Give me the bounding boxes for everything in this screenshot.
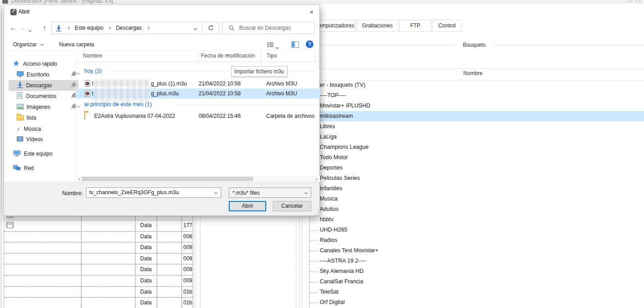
column-divider[interactable]	[198, 52, 198, 62]
table-cell-type[interactable]: Data	[135, 242, 157, 253]
group-header-hoy[interactable]: hoy (2)	[84, 68, 102, 74]
tab-grabaciones[interactable]: Grabaciones	[357, 20, 398, 32]
tab-ftp[interactable]: FTP	[399, 20, 431, 32]
table-cell-value[interactable]: 177	[171, 220, 192, 231]
table-cell-type[interactable]: Data	[135, 253, 157, 264]
bouquet-row[interactable]: Radios	[315, 235, 644, 246]
table-cell-value[interactable]: 009	[171, 264, 192, 275]
close-icon[interactable]	[636, 0, 640, 2]
bouquet-row[interactable]: Sky Alemania HD	[315, 266, 644, 277]
sidebar-item-documentos[interactable]: Documentos	[17, 91, 56, 102]
group-collapse-chevron-icon[interactable]	[77, 69, 80, 76]
sidebar-item-lista[interactable]: lista	[17, 112, 36, 123]
file-row[interactable]: t g_plus (1).m3u 21/04/2022 10:58 Archiv…	[76, 79, 320, 89]
bouquet-row[interactable]: Infantiles	[315, 183, 644, 194]
bouquet-row[interactable]: CanalSat Francia	[315, 277, 644, 287]
bouquet-row[interactable]: er - bouquets (TV)	[315, 80, 644, 90]
filename-input[interactable]	[89, 189, 206, 196]
bouquet-row[interactable]: Deportes	[315, 163, 644, 173]
help-icon[interactable]: ?	[306, 40, 313, 48]
up-arrow-icon[interactable]: ↑	[40, 23, 49, 32]
bouquet-row[interactable]: ----TOP----	[315, 90, 644, 101]
column-header-nombre[interactable]: Nombre	[83, 53, 102, 59]
sidebar-item-escritorio[interactable]: Escritorio	[17, 69, 49, 80]
close-icon[interactable]: ×	[305, 7, 318, 18]
chevron-down-icon[interactable]	[304, 191, 308, 194]
column-divider[interactable]	[261, 52, 261, 62]
sidebar-item-imagenes[interactable]: Imágenes	[17, 102, 50, 112]
refresh-button[interactable]	[203, 22, 219, 34]
column-divider[interactable]	[315, 52, 315, 62]
table-cell-type[interactable]: Data	[135, 231, 157, 242]
organize-button[interactable]: Organizar	[13, 41, 43, 48]
new-folder-button[interactable]: Nueva carpeta	[59, 41, 94, 48]
bouquet-row[interactable]: Musica	[315, 194, 644, 204]
sidebar-item-este-equipo[interactable]: Este equipo	[13, 148, 52, 159]
scrollbar-thumb[interactable]	[82, 177, 253, 181]
maximize-icon[interactable]	[628, 0, 632, 2]
folder-row[interactable]: E2Astra Vuplusmania 07-04-2022 08/04/202…	[76, 111, 320, 121]
table-cell-type[interactable]: Data	[135, 297, 157, 308]
column-header-fecha[interactable]: Fecha de modificación	[201, 53, 255, 59]
forward-arrow-icon[interactable]: →	[18, 23, 27, 32]
table-cell-type[interactable]: Data	[135, 264, 157, 275]
bouquet-row[interactable]: Orf Digital	[315, 297, 644, 308]
table-cell-value[interactable]: 01b	[171, 297, 192, 308]
scroll-left-icon[interactable]: ‹	[77, 176, 82, 182]
bouquet-row[interactable]: TeleSat	[315, 287, 644, 297]
breadcrumb-this-pc[interactable]: Este equipo	[75, 25, 103, 31]
chevron-down-icon[interactable]	[214, 191, 218, 194]
preview-pane-icon[interactable]	[291, 41, 299, 48]
bouquet-row[interactable]: Champions League	[315, 142, 644, 152]
breadcrumb-separator-icon	[146, 26, 150, 29]
bouquet-row[interactable]: Movistar+ IPLUSHD	[315, 101, 644, 111]
open-button[interactable]: Abrir	[229, 201, 266, 211]
sidebar-item-videos[interactable]: Vídeos	[17, 134, 43, 145]
sidebar-item-musica[interactable]: ♪Música	[17, 123, 41, 134]
recent-locations-chevron-icon[interactable]	[29, 27, 31, 33]
bouquet-row[interactable]: ----ASTRA 19.2----	[315, 256, 644, 266]
sidebar-section-quick-access[interactable]: Acceso rápido	[13, 58, 57, 69]
bouquet-row[interactable]: Adultos	[315, 204, 644, 214]
bouquets-column-header[interactable]: Nombre	[405, 70, 540, 78]
bouquet-row[interactable]: Todo Motor	[315, 152, 644, 163]
tab-control[interactable]: Control	[432, 20, 462, 32]
image-icon	[17, 104, 24, 109]
back-arrow-icon[interactable]: ←	[9, 23, 18, 32]
table-cell-value[interactable]: 009	[171, 275, 192, 286]
bouquet-row-selected[interactable]: milistastream	[315, 111, 644, 121]
table-cell-type[interactable]: Data	[135, 275, 157, 286]
table-cell-value[interactable]: 009	[171, 253, 192, 264]
bouquet-row[interactable]: LaLiga	[315, 132, 644, 142]
tab-temporizadores[interactable]: Temporizadores	[314, 20, 356, 32]
table-cell-type[interactable]: Data	[135, 220, 157, 231]
group-header-mes[interactable]: al principio de este mes (1)	[84, 101, 152, 107]
resize-grip-icon[interactable]	[314, 211, 318, 215]
column-header-tipo[interactable]: Tipo	[267, 53, 277, 59]
table-cell-type[interactable]: Data	[135, 286, 157, 297]
search-input[interactable]	[239, 25, 307, 31]
bouquet-row[interactable]: UHD-H265	[315, 225, 644, 235]
table-cell-value[interactable]: 009	[171, 242, 192, 253]
horizontal-scrollbar[interactable]: ‹ ›	[76, 176, 320, 182]
search-box[interactable]	[222, 22, 315, 34]
group-collapse-chevron-icon[interactable]	[77, 103, 80, 109]
scroll-right-icon[interactable]: ›	[314, 176, 319, 182]
view-dropdown-chevron-icon[interactable]	[276, 44, 278, 50]
filetype-combo[interactable]: *.m3u* files	[229, 187, 311, 198]
table-cell-value[interactable]: 01b	[171, 286, 192, 297]
address-dropdown-chevron-icon[interactable]	[194, 25, 197, 31]
sidebar-item-red[interactable]: Red	[13, 163, 34, 174]
view-list-icon[interactable]	[267, 42, 274, 48]
bouquet-row[interactable]: Peliculas Series	[315, 173, 644, 183]
address-bar[interactable]: Este equipo Descargas	[51, 22, 202, 34]
filename-combo[interactable]	[86, 187, 221, 198]
bouquet-row[interactable]: hbbtv	[315, 214, 644, 225]
breadcrumb-current-folder[interactable]: Descargas	[116, 25, 141, 31]
bouquet-row[interactable]: Libres	[315, 121, 644, 132]
sidebar-item-descargas[interactable]: Descargas	[17, 80, 52, 91]
table-cell-value[interactable]: 008	[171, 231, 192, 242]
bouquet-row[interactable]: Canales Test Movistar+	[315, 246, 644, 256]
file-row-selected[interactable]: t g_plus.m3u 21/04/2022 10:58 Archivo M3…	[76, 89, 320, 98]
cancel-button[interactable]: Cancelar	[273, 201, 311, 211]
